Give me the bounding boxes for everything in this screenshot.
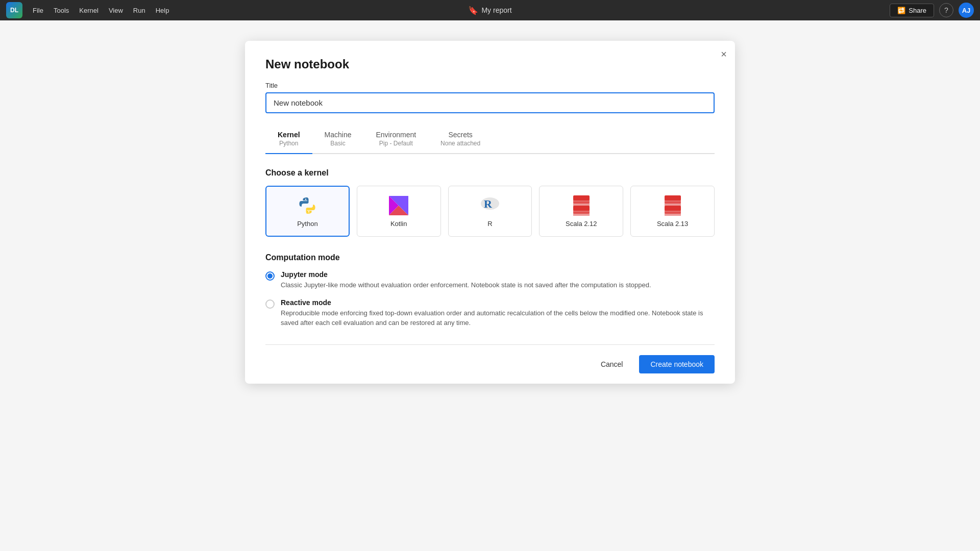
computation-section: Computation mode Jupyter mode Classic Ju… xyxy=(265,253,715,328)
kernel-cards: Python Kotlin R xyxy=(265,186,715,237)
new-notebook-dialog: × New notebook Title Kernel Python Machi… xyxy=(245,41,735,384)
kernel-r-label: R xyxy=(487,220,492,228)
menu-file[interactable]: File xyxy=(29,5,47,16)
jupyter-mode-desc: Classic Jupyter-like mode without evalua… xyxy=(281,280,651,290)
notebook-tabs: Kernel Python Machine Basic Environment … xyxy=(265,126,715,154)
menu-items: File Tools Kernel View Run Help xyxy=(29,5,173,16)
create-notebook-button[interactable]: Create notebook xyxy=(639,355,715,373)
tab-environment[interactable]: Environment Pip - Default xyxy=(364,126,429,153)
user-avatar[interactable]: AJ xyxy=(959,3,974,18)
help-button[interactable]: ? xyxy=(939,3,953,17)
menu-help[interactable]: Help xyxy=(152,5,174,16)
tab-kernel-subtitle: Python xyxy=(278,140,300,147)
reactive-mode-label: Reactive mode xyxy=(281,298,715,307)
tab-environment-subtitle: Pip - Default xyxy=(376,140,416,147)
tab-environment-label: Environment xyxy=(376,131,416,139)
menubar-title: My report xyxy=(481,6,511,14)
menu-run[interactable]: Run xyxy=(129,5,150,16)
kernel-scala212[interactable]: Scala 2.12 xyxy=(539,186,623,237)
r-icon: R xyxy=(480,195,500,216)
cancel-button[interactable]: Cancel xyxy=(591,355,633,373)
menubar-right: 🔁 Share ? AJ xyxy=(890,3,974,18)
tab-secrets-label: Secrets xyxy=(440,131,480,139)
jupyter-radio[interactable] xyxy=(265,271,275,281)
title-field-label: Title xyxy=(265,82,715,89)
scala213-icon xyxy=(663,195,683,216)
scala212-icon xyxy=(571,195,592,216)
mode-reactive[interactable]: Reactive mode Reproducible mode enforcin… xyxy=(265,298,715,328)
mode-jupyter[interactable]: Jupyter mode Classic Jupyter-like mode w… xyxy=(265,270,715,290)
menu-kernel[interactable]: Kernel xyxy=(75,5,103,16)
kernel-r[interactable]: R R xyxy=(448,186,532,237)
kernel-scala212-label: Scala 2.12 xyxy=(566,220,597,228)
menubar-title-area: 🔖 My report xyxy=(468,6,511,15)
svg-text:R: R xyxy=(484,197,493,210)
kernel-python[interactable]: Python xyxy=(265,186,350,237)
kernel-kotlin-label: Kotlin xyxy=(390,220,407,228)
app-logo[interactable]: DL xyxy=(6,2,22,18)
kernel-scala213-label: Scala 2.13 xyxy=(657,220,688,228)
svg-rect-16 xyxy=(665,212,681,216)
tab-machine-label: Machine xyxy=(325,131,352,139)
menu-view[interactable]: View xyxy=(105,5,127,16)
close-button[interactable]: × xyxy=(721,49,727,59)
share-icon: 🔁 xyxy=(897,7,905,14)
menubar: DL File Tools Kernel View Run Help 🔖 My … xyxy=(0,0,980,20)
tab-secrets[interactable]: Secrets None attached xyxy=(428,126,493,153)
reactive-radio[interactable] xyxy=(265,299,275,309)
reactive-mode-text: Reactive mode Reproducible mode enforcin… xyxy=(281,298,715,328)
reactive-mode-desc: Reproducible mode enforcing fixed top-do… xyxy=(281,308,715,328)
computation-section-title: Computation mode xyxy=(265,253,715,262)
python-icon xyxy=(297,195,317,216)
kotlin-icon xyxy=(388,195,409,216)
dialog-footer: Cancel Create notebook xyxy=(265,344,715,384)
jupyter-mode-label: Jupyter mode xyxy=(281,270,651,279)
jupyter-mode-text: Jupyter mode Classic Jupyter-like mode w… xyxy=(281,270,651,290)
share-button[interactable]: 🔁 Share xyxy=(890,4,934,17)
main-content: × New notebook Title Kernel Python Machi… xyxy=(0,20,980,551)
kernel-python-label: Python xyxy=(297,220,317,228)
share-label: Share xyxy=(909,7,926,14)
dialog-title: New notebook xyxy=(265,57,715,71)
tab-secrets-subtitle: None attached xyxy=(440,140,480,147)
kernel-kotlin[interactable]: Kotlin xyxy=(357,186,441,237)
tab-machine[interactable]: Machine Basic xyxy=(312,126,364,153)
tab-kernel[interactable]: Kernel Python xyxy=(265,126,312,153)
menu-tools[interactable]: Tools xyxy=(50,5,73,16)
svg-rect-10 xyxy=(573,212,590,216)
kernel-scala213[interactable]: Scala 2.13 xyxy=(630,186,715,237)
tab-machine-subtitle: Basic xyxy=(325,140,352,147)
kernel-section-title: Choose a kernel xyxy=(265,168,715,178)
tab-kernel-label: Kernel xyxy=(278,131,300,139)
notebook-title-input[interactable] xyxy=(265,92,715,113)
